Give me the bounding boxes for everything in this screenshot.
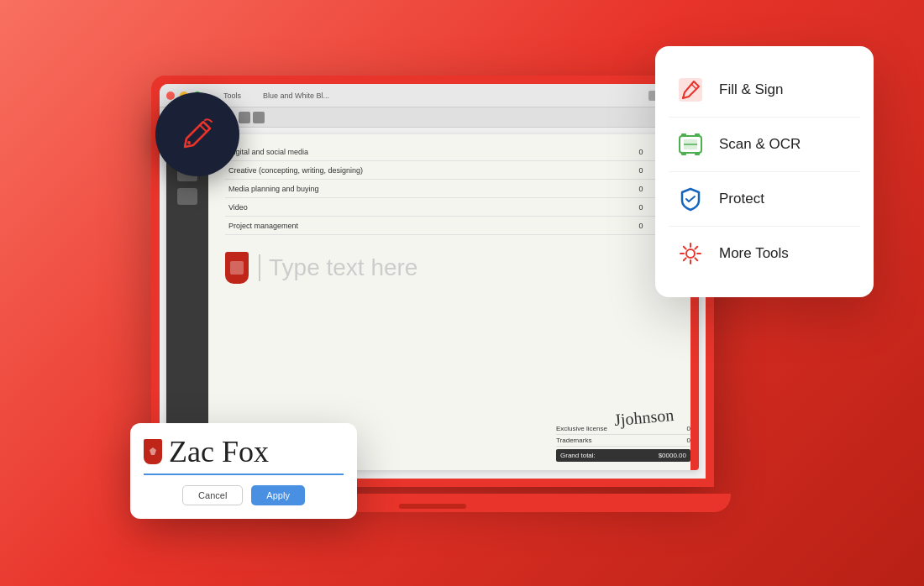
fill-sign-label: Fill & Sign — [719, 81, 784, 98]
tools-icon[interactable] — [239, 112, 250, 123]
close-dot[interactable] — [166, 92, 175, 100]
trademarks-row: Trademarks 0 — [556, 435, 690, 447]
more-tools-icon-wrap — [675, 238, 706, 269]
type-placeholder[interactable]: Type text here — [259, 254, 417, 281]
table-row: Project management 0 0 — [225, 217, 682, 235]
svg-rect-6 — [695, 133, 700, 137]
pdf-type-area: Type text here — [225, 252, 682, 284]
more-tools-label: More Tools — [719, 245, 789, 262]
acrobat-icon — [147, 446, 159, 458]
svg-point-0 — [187, 141, 191, 144]
app-toolbar: Tools Blue and White Bl... — [160, 84, 706, 107]
app-toolbar2: 71.5% — [160, 107, 706, 128]
panel-icon-3[interactable] — [177, 188, 197, 205]
pdf-left-panel — [166, 134, 208, 470]
protect-label: Protect — [719, 191, 764, 207]
menu-item-more-tools[interactable]: More Tools — [669, 227, 860, 280]
fill-sign-icon — [677, 76, 704, 103]
pen-circle-logo — [155, 92, 239, 176]
toolbar-title: Blue and White Bl... — [263, 92, 329, 100]
svg-rect-7 — [681, 152, 686, 155]
pdf-content: Digital and social media 0 0 Creative (c… — [166, 134, 699, 470]
signature-text: Zac Fox — [169, 437, 269, 467]
scan-ocr-label: Scan & OCR — [719, 136, 801, 153]
fill-sign-icon-wrap — [675, 75, 706, 105]
menu-item-fill-sign[interactable]: Fill & Sign — [669, 63, 860, 118]
pdf-main: Digital and social media 0 0 Creative (c… — [208, 134, 699, 470]
table-row: Video 0 0 — [225, 198, 682, 217]
signature-area: Zac Fox — [144, 437, 344, 475]
protect-icon — [677, 186, 704, 212]
pdf-table: Digital and social media 0 0 Creative (c… — [225, 143, 682, 235]
menu-item-protect[interactable]: Protect — [669, 172, 860, 227]
grand-total: Grand total: $0000.00 — [556, 449, 690, 462]
pen-icon — [176, 113, 218, 155]
badge-inner — [230, 261, 244, 275]
screen-inner: Tools Blue and White Bl... 71.5% — [160, 84, 706, 479]
scan-ocr-icon-wrap — [675, 129, 706, 160]
table-row: Creative (concepting, writing, designing… — [225, 161, 682, 180]
svg-point-9 — [686, 249, 695, 258]
signature-buttons: Cancel Apply — [144, 485, 344, 505]
table-row: Media planning and buying 0 0 — [225, 180, 682, 198]
sig-acrobat-badge — [144, 439, 162, 464]
totals-section: Exclusive license 0 Trademarks 0 Grand t… — [556, 423, 690, 462]
cancel-button[interactable]: Cancel — [182, 485, 243, 505]
scan-ocr-icon — [677, 131, 704, 158]
protect-icon-wrap — [675, 184, 706, 214]
comment-icon[interactable] — [253, 112, 265, 123]
apply-button[interactable]: Apply — [251, 485, 305, 505]
toolbar-section-label: Tools — [223, 92, 241, 100]
table-row: Digital and social media 0 0 — [225, 143, 682, 161]
floating-menu: Fill & Sign Scan & OCR Protect — [655, 46, 874, 297]
svg-rect-8 — [695, 152, 700, 155]
menu-item-scan-ocr[interactable]: Scan & OCR — [669, 118, 860, 172]
grand-total-label: Grand total: — [560, 452, 596, 459]
grand-total-value: $0000.00 — [659, 452, 686, 459]
more-tools-icon — [677, 240, 704, 267]
pdf-acrobat-badge — [225, 252, 249, 284]
signature-dialog: Zac Fox Cancel Apply — [130, 423, 357, 519]
svg-rect-5 — [681, 133, 686, 137]
